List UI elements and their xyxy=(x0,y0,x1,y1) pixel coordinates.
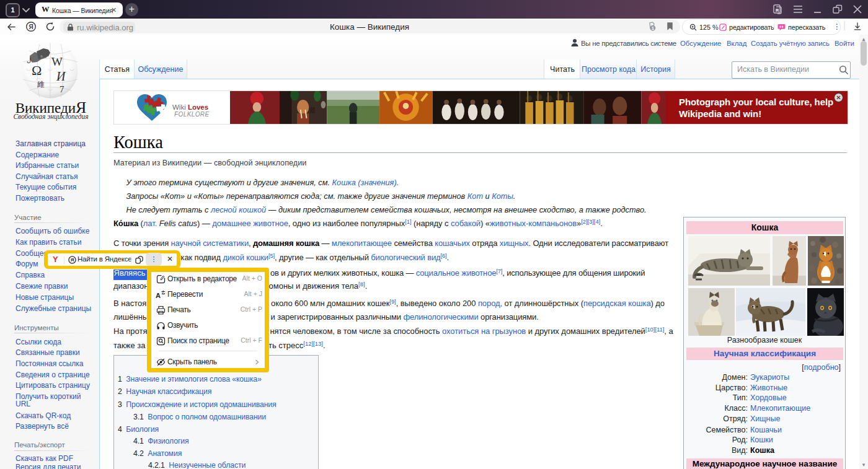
svg-text:A: A xyxy=(156,292,161,299)
svg-text:1: 1 xyxy=(652,25,654,31)
svg-text:Я: Я xyxy=(29,24,33,30)
svg-text:Я: Я xyxy=(71,257,74,263)
